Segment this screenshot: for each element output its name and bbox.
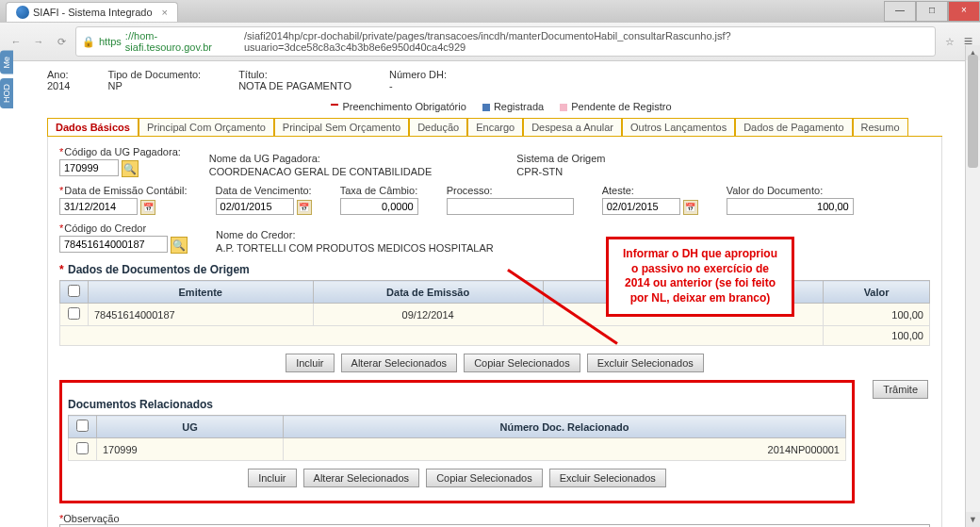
- search-icon[interactable]: 🔍: [171, 237, 188, 254]
- panel-dados-basicos: Código da UG Pagadora: 🔍 Nome da UG Paga…: [47, 137, 942, 527]
- col-num-rel: Número Doc. Relacionado: [283, 416, 845, 438]
- col-emitente: Emitente: [89, 281, 314, 304]
- legend-registered-icon: [482, 104, 490, 111]
- search-icon[interactable]: 🔍: [122, 160, 139, 177]
- tab-outros-lancamentos[interactable]: Outros Lançamentos: [622, 118, 735, 136]
- proc-input[interactable]: [447, 198, 574, 215]
- ano-value: 2014: [47, 80, 70, 91]
- row-checkbox[interactable]: [76, 442, 89, 454]
- bookmark-icon[interactable]: ☆: [941, 33, 958, 50]
- numdh-label: Número DH:: [389, 69, 447, 80]
- alterar-button[interactable]: Alterar Selecionados: [341, 354, 458, 372]
- tipo-label: Tipo de Documento:: [107, 69, 201, 80]
- titulo-value: NOTA DE PAGAMENTO: [238, 80, 351, 91]
- calendar-icon[interactable]: 📅: [683, 200, 698, 215]
- maximize-button[interactable]: □: [916, 1, 948, 22]
- scrollbar[interactable]: ▲ ▼: [965, 45, 980, 527]
- row-checkbox[interactable]: [68, 307, 80, 320]
- ugpag-label: Código da UG Pagadora:: [59, 146, 181, 157]
- total-valor: 100,00: [824, 326, 930, 346]
- legend-required-icon: [331, 104, 338, 111]
- titlebar: SIAFI - Sistema Integrado × — □ ×: [0, 0, 980, 23]
- numdh-value: -: [389, 80, 393, 91]
- tramite-button[interactable]: Trâmite: [873, 380, 928, 399]
- incluir-button[interactable]: Incluir: [248, 469, 296, 487]
- docs-origem-table: Emitente Data de Emissão Número Doc. Ori…: [59, 280, 930, 346]
- tab-principal-sem-orcamento[interactable]: Principal Sem Orçamento: [274, 118, 409, 136]
- select-all-checkbox[interactable]: [76, 420, 89, 432]
- url-input[interactable]: 🔒 https://hom-siafi.tesouro.gov.br/siafi…: [75, 26, 936, 57]
- ugpag-nome-label: Nome da UG Pagadora:: [209, 153, 433, 164]
- proc-label: Processo:: [447, 185, 574, 196]
- url-path: /siafi2014hp/cpr-dochabil/private/pages/…: [244, 30, 929, 53]
- ugpag-input[interactable]: [59, 159, 119, 176]
- ugpag-nome-value: COORDENACAO GERAL DE CONTABILIDADE: [209, 166, 433, 177]
- tab-encargo[interactable]: Encargo: [467, 118, 523, 136]
- taxa-input[interactable]: [340, 198, 418, 215]
- select-all-checkbox[interactable]: [68, 285, 80, 297]
- table-row[interactable]: 78451614000187 09/12/2014 100,00: [60, 304, 930, 326]
- legend-pending-icon: [560, 104, 567, 111]
- scroll-down-icon[interactable]: ▼: [966, 512, 980, 527]
- docs-rel-table: UG Número Doc. Relacionado 170999 2014NP…: [68, 415, 846, 461]
- calendar-icon[interactable]: 📅: [140, 200, 155, 215]
- venc-input[interactable]: [216, 198, 294, 215]
- close-window-button[interactable]: ×: [948, 1, 980, 22]
- total-row: 100,00: [60, 326, 930, 346]
- url-host: ://hom-siafi.tesouro.gov.br: [125, 30, 240, 53]
- ano-label: Ano:: [47, 69, 69, 80]
- tab-resumo[interactable]: Resumo: [853, 118, 908, 136]
- excluir-button[interactable]: Excluir Selecionados: [549, 469, 666, 487]
- col-ug: UG: [97, 416, 284, 438]
- back-icon[interactable]: ←: [8, 33, 24, 50]
- tab-deducao[interactable]: Dedução: [409, 118, 467, 136]
- tab-dados-basicos[interactable]: Dados Básicos: [47, 118, 139, 136]
- window-controls: — □ ×: [884, 1, 980, 22]
- ateste-input[interactable]: [602, 198, 680, 215]
- table-row[interactable]: 170999 2014NP000001: [69, 438, 846, 461]
- close-tab-icon[interactable]: ×: [162, 7, 168, 18]
- callout-text: Informar o DH que apropriou o passivo no…: [623, 247, 777, 305]
- callout-box: Informar o DH que apropriou o passivo no…: [606, 237, 794, 316]
- lock-icon: 🔒: [82, 36, 95, 48]
- emissao-input[interactable]: [59, 198, 138, 215]
- alterar-button[interactable]: Alterar Selecionados: [303, 469, 420, 487]
- copiar-button[interactable]: Copiar Selecionados: [464, 354, 580, 372]
- tab-despesa-anular[interactable]: Despesa a Anular: [523, 118, 622, 136]
- cell-num-rel: 2014NP000001: [283, 438, 845, 461]
- browser-tab[interactable]: SIAFI - Sistema Integrado ×: [6, 2, 178, 22]
- side-tab-menu[interactable]: Me: [0, 51, 13, 74]
- tipo-value: NP: [107, 80, 122, 91]
- tab-principal-com-orcamento[interactable]: Principal Com Orçamento: [139, 118, 274, 136]
- cell-emitente: 78451614000187: [89, 304, 314, 326]
- docs-rel-highlight: Documentos Relacionados UG Número Doc. R…: [59, 380, 855, 503]
- venc-label: Data de Vencimento:: [216, 185, 312, 196]
- taxa-label: Taxa de Câmbio:: [340, 185, 418, 196]
- sist-label: Sistema de Origem: [516, 153, 605, 164]
- credor-label: Código do Credor: [59, 222, 188, 234]
- credor-nome-value: A.P. TORTELLI COM PRODUTOS MEDICOS HOSPI…: [216, 242, 494, 254]
- cell-data: 09/12/2014: [313, 304, 543, 326]
- emissao-label: Data de Emissão Contábil:: [59, 185, 188, 196]
- col-valor: Valor: [824, 281, 930, 304]
- scroll-thumb[interactable]: [968, 55, 978, 168]
- credor-input[interactable]: [59, 236, 168, 253]
- minimize-button[interactable]: —: [884, 1, 916, 22]
- valor-input[interactable]: [727, 198, 854, 215]
- reload-icon[interactable]: ⟳: [53, 33, 70, 50]
- tab-title: SIAFI - Sistema Integrado: [33, 7, 153, 18]
- tab-dados-pagamento[interactable]: Dados de Pagamento: [735, 118, 852, 136]
- calendar-icon[interactable]: 📅: [297, 200, 312, 215]
- excluir-button[interactable]: Excluir Selecionados: [587, 354, 704, 372]
- side-tabs: Me HOD: [0, 51, 17, 112]
- legend-pending: Pendente de Registro: [571, 101, 671, 112]
- incluir-button[interactable]: Incluir: [286, 354, 334, 372]
- copiar-button[interactable]: Copiar Selecionados: [426, 469, 543, 487]
- col-data-emissao: Data de Emissão: [313, 281, 543, 304]
- favicon-icon: [16, 6, 29, 19]
- forward-icon[interactable]: →: [30, 33, 47, 50]
- legend: Preenchimento Obrigatório Registrada Pen…: [47, 101, 942, 112]
- tab-strip: Dados Básicos Principal Com Orçamento Pr…: [47, 118, 942, 137]
- side-tab-hod[interactable]: HOD: [0, 78, 13, 108]
- credor-nome-label: Nome do Credor:: [216, 229, 494, 240]
